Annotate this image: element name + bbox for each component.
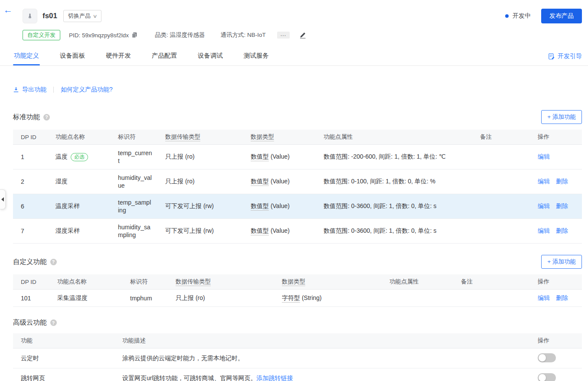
divider <box>53 87 54 93</box>
edit-link[interactable]: 编辑 <box>538 294 550 301</box>
column-header: 功能描述 <box>122 333 538 348</box>
feature-desc-text: 涂鸦云提供的云端定时能力，无需本地记时。 <box>122 355 244 361</box>
function-name-text: 湿度采样 <box>56 227 80 234</box>
cell-data-type: 数值型 (Value) <box>251 194 323 219</box>
column-header-label: 备注 <box>480 134 492 140</box>
advanced-cloud-table: 功能功能描述操作 云定时涂鸦云提供的云端定时能力，无需本地记时。跳转网页设置网页… <box>13 333 582 381</box>
delete-link[interactable]: 删除 <box>556 294 568 301</box>
help-icon[interactable]: ? <box>50 319 57 326</box>
help-icon[interactable]: ? <box>43 114 50 120</box>
redirect-webpage-toggle[interactable] <box>538 373 556 381</box>
cell-feature-name: 云定时 <box>13 348 122 368</box>
cell-actions: 编辑删除 <box>538 194 582 219</box>
edit-pencil-icon[interactable] <box>299 32 306 39</box>
collapse-arrow-icon <box>1 197 4 202</box>
tab-product-configuration[interactable]: 产品配置 <box>151 49 178 65</box>
cell-data-type: 数值型 (Value) <box>251 219 323 244</box>
edit-link[interactable]: 编辑 <box>538 178 550 185</box>
data-type-en: (String) <box>300 294 322 301</box>
cell-actions: 编辑 <box>538 145 582 169</box>
copy-icon[interactable] <box>131 32 137 38</box>
cell-transfer-type: 只上报 (ro) <box>176 290 282 307</box>
cell-actions: 编辑删除 <box>538 290 582 307</box>
table-row: 云定时涂鸦云提供的云端定时能力，无需本地记时。 <box>13 348 582 368</box>
switch-product-label: 切换产品 <box>68 12 91 20</box>
edit-link[interactable]: 编辑 <box>538 227 550 234</box>
cell-transfer-type: 可下发可上报 (rw) <box>165 194 251 219</box>
column-header-label: DP ID <box>21 134 36 140</box>
column-header: 功能点属性 <box>389 274 461 290</box>
cell-data-type: 数值型 (Value) <box>251 169 323 194</box>
cell-properties: 数值范围: -200-600, 间距: 1, 倍数: 1, 单位: ℃ <box>323 145 480 169</box>
protocol-label: 通讯方式: NB-IoT <box>221 31 266 39</box>
export-functions-label: 导出功能 <box>22 86 46 94</box>
custom-functions-table: DP ID功能点名称标识符数据传输类型数据类型功能点属性备注操作 101采集温湿… <box>13 274 582 307</box>
tab-hardware-development[interactable]: 硬件开发 <box>105 49 132 65</box>
cell-toggle <box>538 368 582 381</box>
column-header-label: 功能 <box>21 337 33 344</box>
cell-actions: 编辑删除 <box>538 169 582 194</box>
tab-test-service[interactable]: 测试服务 <box>243 49 270 65</box>
column-header-label: 操作 <box>538 134 549 140</box>
cell-properties: 数值范围: 0-100, 间距: 1, 倍数: 0, 单位: % <box>323 169 480 194</box>
main-content: 导出功能 如何定义产品功能? 标准功能 ? + 添加功能 DP ID功能点名称标… <box>0 86 588 381</box>
cell-transfer-type: 只上报 (ro) <box>165 169 251 194</box>
function-toolbar: 导出功能 如何定义产品功能? <box>13 86 582 94</box>
column-header: 操作 <box>538 130 582 145</box>
table-row: 6温度采样temp_sampling可下发可上报 (rw)数值型 (Value)… <box>13 194 582 219</box>
cell-remark <box>480 194 538 219</box>
cell-remark <box>461 290 538 307</box>
cell-identifier: temp_current <box>118 145 165 169</box>
edit-link[interactable]: 编辑 <box>538 202 550 209</box>
help-icon[interactable]: ? <box>50 259 57 265</box>
advanced-section-title: 高级云功能 <box>13 318 47 327</box>
data-type-text: 数值型 <box>251 202 269 211</box>
delete-link[interactable]: 删除 <box>556 202 568 209</box>
delete-link[interactable]: 删除 <box>556 178 568 185</box>
column-header-label: 数据类型 <box>251 134 274 141</box>
cell-function-name: 采集温湿度 <box>57 290 130 307</box>
column-header-label: 功能描述 <box>122 337 146 344</box>
dev-guide-link[interactable]: 开发引导 <box>548 52 582 65</box>
tab-device-panel[interactable]: 设备面板 <box>59 49 86 65</box>
cell-dp-id: 101 <box>13 290 57 307</box>
cell-function-name: 温度采样 <box>56 194 118 219</box>
function-name-text: 湿度 <box>56 178 68 185</box>
column-header-label: 功能点名称 <box>56 134 85 140</box>
tab-function-definition[interactable]: 功能定义 <box>13 49 40 65</box>
column-header: 备注 <box>461 274 538 290</box>
column-header-label: 功能点名称 <box>57 278 87 285</box>
cell-toggle <box>538 348 582 368</box>
pid-label: PID: 59x9nqzpy8sf2ldx <box>69 32 129 39</box>
add-custom-function-button[interactable]: + 添加功能 <box>541 255 582 269</box>
sidebar-collapse-handle[interactable] <box>0 189 6 209</box>
function-name-text: 温度 <box>56 153 68 160</box>
add-redirect-link[interactable]: 添加跳转链接 <box>257 374 293 381</box>
column-header-label: 操作 <box>538 337 549 344</box>
cell-properties: 数值范围: 0-3600, 间距: 1, 倍数: 0, 单位: s <box>323 219 480 244</box>
column-header-label: 操作 <box>538 278 549 285</box>
data-type-en: (Value) <box>269 202 290 209</box>
advanced-cloud-section: 高级云功能 ? 功能功能描述操作 云定时涂鸦云提供的云端定时能力，无需本地记时。… <box>13 318 582 381</box>
switch-product-button[interactable]: 切换产品 ∨ <box>63 10 101 22</box>
standard-table-header-row: DP ID功能点名称标识符数据传输类型数据类型功能点属性备注操作 <box>13 130 582 145</box>
tab-device-debugging[interactable]: 设备调试 <box>197 49 224 65</box>
edit-link[interactable]: 编辑 <box>538 153 550 160</box>
tab-bar: 功能定义设备面板硬件开发产品配置设备调试测试服务 开发引导 <box>0 49 588 66</box>
table-row: 2湿度humidity_value只上报 (ro)数值型 (Value)数值范围… <box>13 169 582 194</box>
cell-dp-id: 1 <box>13 145 56 169</box>
more-button[interactable]: … <box>277 32 290 39</box>
delete-link[interactable]: 删除 <box>556 227 568 234</box>
column-header: 数据类型 <box>251 130 323 145</box>
column-header-label: 标识符 <box>130 278 148 285</box>
column-header: 功能 <box>13 333 122 348</box>
dev-guide-label: 开发引导 <box>558 52 582 60</box>
how-to-define-link[interactable]: 如何定义产品功能? <box>61 86 113 94</box>
data-type-text: 字符型 <box>282 294 300 303</box>
export-functions-link[interactable]: 导出功能 <box>13 86 46 94</box>
cloud-timer-toggle[interactable] <box>538 353 556 362</box>
add-standard-function-button[interactable]: + 添加功能 <box>541 110 582 124</box>
back-icon[interactable]: ← <box>3 5 13 14</box>
publish-product-button[interactable]: 发布产品 <box>541 9 582 23</box>
table-row: 1温度必选temp_current只上报 (ro)数值型 (Value)数值范围… <box>13 145 582 169</box>
